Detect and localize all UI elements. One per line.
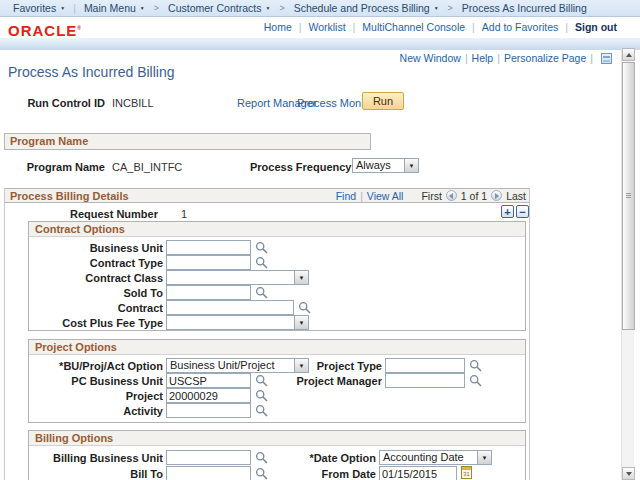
sold-to-input[interactable]	[166, 285, 251, 300]
chevron-down-icon: ▼	[60, 5, 65, 11]
row-position: 1 of 1	[461, 190, 487, 202]
program-name-label: Program Name	[18, 161, 105, 173]
last-label: Last	[506, 190, 526, 202]
nav-divider: |	[360, 190, 363, 202]
breadcrumb-separator: >	[151, 3, 162, 13]
lookup-magnifier-icon[interactable]	[255, 241, 268, 254]
lookup-magnifier-icon[interactable]	[298, 301, 311, 314]
date-option-select[interactable]: Accounting Date ▼	[379, 450, 492, 465]
contract-class-value	[167, 271, 294, 284]
pc-business-unit-input[interactable]	[166, 373, 251, 388]
contract-type-input[interactable]	[166, 255, 251, 270]
breadcrumb-separator: >	[276, 3, 287, 13]
contract-options-box: Contract Options Business Unit Contract …	[28, 221, 526, 331]
request-number-label: Request Number	[51, 208, 158, 220]
process-billing-details-header: Process Billing Details Find | View All …	[5, 188, 530, 203]
business-unit-input[interactable]	[166, 240, 251, 255]
date-option-value: Accounting Date	[380, 451, 477, 464]
from-date-input[interactable]	[379, 466, 457, 480]
billing-options-header: Billing Options	[29, 431, 525, 446]
breadcrumb-separator: >	[445, 3, 456, 13]
pc-business-unit-label: PC Business Unit	[29, 375, 163, 387]
dropdown-arrow-icon: ▼	[294, 316, 308, 329]
page-utility-bar: New Window | Help | Personalize Page |	[400, 52, 612, 64]
business-unit-label: Business Unit	[29, 242, 163, 254]
copy-url-icon[interactable]	[601, 53, 612, 64]
help-link[interactable]: Help	[472, 52, 494, 64]
process-frequency-label: Process Frequency	[250, 161, 348, 173]
multichannel-console-link[interactable]: MultiChannel Console	[362, 21, 465, 33]
project-type-input[interactable]	[385, 358, 465, 373]
breadcrumb-customer-contracts[interactable]: Customer Contracts ▼	[162, 2, 276, 14]
previous-row-icon[interactable]	[446, 190, 457, 201]
bill-to-input[interactable]	[166, 466, 251, 480]
project-label: Project	[29, 390, 163, 402]
date-option-label: *Date Option	[259, 452, 376, 464]
contract-label: Contract	[29, 302, 163, 314]
run-control-id-value: INCBILL	[112, 97, 154, 109]
view-all-link[interactable]: View All	[367, 190, 404, 202]
project-options-header: Project Options	[29, 340, 525, 355]
breadcrumb-favorites[interactable]: Favorites ▼	[7, 2, 71, 14]
lookup-magnifier-icon[interactable]	[255, 256, 268, 269]
contract-input[interactable]	[166, 300, 294, 315]
section-title: Process Billing Details	[10, 190, 332, 202]
dropdown-arrow-icon: ▼	[477, 451, 491, 464]
scrollbar-thumb[interactable]	[622, 62, 635, 330]
lookup-magnifier-icon[interactable]	[469, 374, 482, 387]
cost-plus-fee-type-select[interactable]: ▼	[166, 315, 309, 330]
breadcrumb: Favorites ▼ | Main Menu ▼ > Customer Con…	[0, 0, 640, 17]
chevron-down-icon: ▼	[434, 5, 439, 11]
breadcrumb-label: Main Menu	[84, 2, 136, 14]
scrollbar-down-icon[interactable]	[622, 467, 635, 480]
breadcrumb-schedule-process-billing[interactable]: Schedule and Process Billing ▼	[288, 2, 445, 14]
lookup-magnifier-icon[interactable]	[255, 389, 268, 402]
process-frequency-select[interactable]: Always ▼	[352, 158, 419, 173]
next-row-icon[interactable]	[491, 190, 502, 201]
billing-options-box: Billing Options Billing Business Unit *D…	[28, 430, 526, 480]
oracle-logo: ORACLE®	[8, 22, 82, 39]
from-date-label: From Date	[259, 468, 376, 480]
personalize-page-link[interactable]: Personalize Page	[504, 52, 586, 64]
run-button[interactable]: Run	[362, 92, 404, 110]
nav-divider: |	[299, 21, 302, 33]
breadcrumb-label: Customer Contracts	[168, 2, 261, 14]
vertical-scrollbar[interactable]	[621, 48, 634, 480]
cost-plus-fee-type-label: Cost Plus Fee Type	[29, 317, 163, 329]
find-link[interactable]: Find	[336, 190, 356, 202]
bu-proj-act-option-label: *BU/Proj/Act Option	[29, 360, 163, 372]
breadcrumb-label: Process As Incurred Billing	[462, 2, 587, 14]
billing-business-unit-input[interactable]	[166, 450, 251, 465]
new-window-link[interactable]: New Window	[400, 52, 461, 64]
calendar-icon[interactable]	[461, 466, 472, 479]
project-type-label: Project Type	[259, 360, 382, 372]
contract-class-select[interactable]: ▼	[166, 270, 309, 285]
cost-plus-fee-type-value	[167, 316, 294, 329]
breadcrumb-main-menu[interactable]: Main Menu ▼	[78, 2, 151, 14]
project-input[interactable]	[166, 388, 251, 403]
add-row-button[interactable]: +	[501, 205, 514, 218]
breadcrumb-label: Schedule and Process Billing	[294, 2, 430, 14]
util-divider: |	[465, 52, 468, 64]
grid-navigation: Find | View All First 1 of 1 Last	[332, 190, 526, 202]
home-link[interactable]: Home	[264, 21, 292, 33]
scrollbar-up-icon[interactable]	[622, 48, 635, 61]
bill-to-label: Bill To	[29, 468, 163, 480]
chevron-down-icon: ▼	[265, 5, 270, 11]
lookup-magnifier-icon[interactable]	[255, 286, 268, 299]
delete-row-button[interactable]: −	[516, 205, 529, 218]
add-to-favorites-link[interactable]: Add to Favorites	[482, 21, 558, 33]
sign-out-link[interactable]: Sign out	[575, 21, 617, 33]
worklist-link[interactable]: Worklist	[308, 21, 345, 33]
activity-input[interactable]	[166, 403, 251, 418]
lookup-magnifier-icon[interactable]	[469, 359, 482, 372]
request-number-value: 1	[181, 208, 187, 220]
program-name-value: CA_BI_INTFC	[112, 161, 182, 173]
dropdown-arrow-icon: ▼	[294, 271, 308, 284]
lookup-magnifier-icon[interactable]	[255, 404, 268, 417]
project-manager-input[interactable]	[385, 373, 465, 388]
activity-label: Activity	[29, 405, 163, 417]
first-label: First	[421, 190, 441, 202]
run-control-id-label: Run Control ID	[18, 97, 105, 109]
nav-divider: |	[353, 21, 356, 33]
